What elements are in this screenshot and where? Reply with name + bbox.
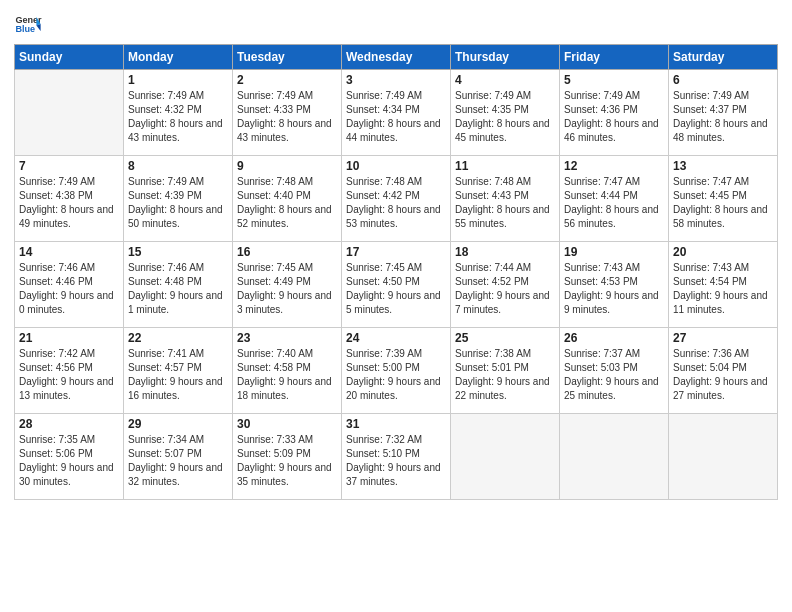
day-cell: 18Sunrise: 7:44 AMSunset: 4:52 PMDayligh… [451,242,560,328]
day-info: Sunrise: 7:49 AMSunset: 4:35 PMDaylight:… [455,89,555,145]
day-info: Sunrise: 7:43 AMSunset: 4:53 PMDaylight:… [564,261,664,317]
day-info: Sunrise: 7:43 AMSunset: 4:54 PMDaylight:… [673,261,773,317]
day-cell: 2Sunrise: 7:49 AMSunset: 4:33 PMDaylight… [233,70,342,156]
day-info: Sunrise: 7:45 AMSunset: 4:50 PMDaylight:… [346,261,446,317]
day-cell: 1Sunrise: 7:49 AMSunset: 4:32 PMDaylight… [124,70,233,156]
day-info: Sunrise: 7:32 AMSunset: 5:10 PMDaylight:… [346,433,446,489]
logo-icon: General Blue [14,10,42,38]
day-number: 20 [673,245,773,259]
day-number: 2 [237,73,337,87]
day-info: Sunrise: 7:41 AMSunset: 4:57 PMDaylight:… [128,347,228,403]
day-info: Sunrise: 7:48 AMSunset: 4:40 PMDaylight:… [237,175,337,231]
day-info: Sunrise: 7:45 AMSunset: 4:49 PMDaylight:… [237,261,337,317]
day-number: 6 [673,73,773,87]
day-cell: 17Sunrise: 7:45 AMSunset: 4:50 PMDayligh… [342,242,451,328]
day-number: 18 [455,245,555,259]
weekday-header-wednesday: Wednesday [342,45,451,70]
day-cell: 6Sunrise: 7:49 AMSunset: 4:37 PMDaylight… [669,70,778,156]
day-cell [560,414,669,500]
day-cell: 3Sunrise: 7:49 AMSunset: 4:34 PMDaylight… [342,70,451,156]
day-number: 5 [564,73,664,87]
day-info: Sunrise: 7:47 AMSunset: 4:44 PMDaylight:… [564,175,664,231]
day-number: 3 [346,73,446,87]
day-info: Sunrise: 7:49 AMSunset: 4:33 PMDaylight:… [237,89,337,145]
day-cell: 19Sunrise: 7:43 AMSunset: 4:53 PMDayligh… [560,242,669,328]
day-cell: 25Sunrise: 7:38 AMSunset: 5:01 PMDayligh… [451,328,560,414]
day-number: 31 [346,417,446,431]
day-info: Sunrise: 7:49 AMSunset: 4:32 PMDaylight:… [128,89,228,145]
day-info: Sunrise: 7:39 AMSunset: 5:00 PMDaylight:… [346,347,446,403]
day-number: 25 [455,331,555,345]
day-info: Sunrise: 7:36 AMSunset: 5:04 PMDaylight:… [673,347,773,403]
day-number: 1 [128,73,228,87]
day-number: 30 [237,417,337,431]
day-cell: 26Sunrise: 7:37 AMSunset: 5:03 PMDayligh… [560,328,669,414]
day-cell: 28Sunrise: 7:35 AMSunset: 5:06 PMDayligh… [15,414,124,500]
day-cell: 14Sunrise: 7:46 AMSunset: 4:46 PMDayligh… [15,242,124,328]
day-number: 13 [673,159,773,173]
header: General Blue [14,10,778,38]
day-info: Sunrise: 7:49 AMSunset: 4:36 PMDaylight:… [564,89,664,145]
day-number: 4 [455,73,555,87]
day-number: 15 [128,245,228,259]
day-cell: 30Sunrise: 7:33 AMSunset: 5:09 PMDayligh… [233,414,342,500]
weekday-header-row: SundayMondayTuesdayWednesdayThursdayFrid… [15,45,778,70]
week-row-2: 7Sunrise: 7:49 AMSunset: 4:38 PMDaylight… [15,156,778,242]
day-info: Sunrise: 7:44 AMSunset: 4:52 PMDaylight:… [455,261,555,317]
day-cell: 29Sunrise: 7:34 AMSunset: 5:07 PMDayligh… [124,414,233,500]
day-cell: 10Sunrise: 7:48 AMSunset: 4:42 PMDayligh… [342,156,451,242]
day-number: 17 [346,245,446,259]
day-number: 7 [19,159,119,173]
day-number: 22 [128,331,228,345]
day-number: 16 [237,245,337,259]
week-row-3: 14Sunrise: 7:46 AMSunset: 4:46 PMDayligh… [15,242,778,328]
day-info: Sunrise: 7:33 AMSunset: 5:09 PMDaylight:… [237,433,337,489]
day-cell: 24Sunrise: 7:39 AMSunset: 5:00 PMDayligh… [342,328,451,414]
day-info: Sunrise: 7:48 AMSunset: 4:43 PMDaylight:… [455,175,555,231]
day-number: 14 [19,245,119,259]
day-number: 24 [346,331,446,345]
day-info: Sunrise: 7:35 AMSunset: 5:06 PMDaylight:… [19,433,119,489]
day-cell [15,70,124,156]
day-cell: 27Sunrise: 7:36 AMSunset: 5:04 PMDayligh… [669,328,778,414]
day-cell: 20Sunrise: 7:43 AMSunset: 4:54 PMDayligh… [669,242,778,328]
day-cell: 23Sunrise: 7:40 AMSunset: 4:58 PMDayligh… [233,328,342,414]
day-cell: 9Sunrise: 7:48 AMSunset: 4:40 PMDaylight… [233,156,342,242]
day-info: Sunrise: 7:42 AMSunset: 4:56 PMDaylight:… [19,347,119,403]
day-info: Sunrise: 7:38 AMSunset: 5:01 PMDaylight:… [455,347,555,403]
day-number: 10 [346,159,446,173]
logo: General Blue [14,10,42,38]
day-cell: 11Sunrise: 7:48 AMSunset: 4:43 PMDayligh… [451,156,560,242]
day-number: 29 [128,417,228,431]
weekday-header-monday: Monday [124,45,233,70]
weekday-header-saturday: Saturday [669,45,778,70]
calendar-table: SundayMondayTuesdayWednesdayThursdayFrid… [14,44,778,500]
day-number: 9 [237,159,337,173]
day-info: Sunrise: 7:37 AMSunset: 5:03 PMDaylight:… [564,347,664,403]
day-number: 28 [19,417,119,431]
day-cell: 13Sunrise: 7:47 AMSunset: 4:45 PMDayligh… [669,156,778,242]
day-number: 26 [564,331,664,345]
weekday-header-thursday: Thursday [451,45,560,70]
day-info: Sunrise: 7:48 AMSunset: 4:42 PMDaylight:… [346,175,446,231]
day-number: 23 [237,331,337,345]
weekday-header-tuesday: Tuesday [233,45,342,70]
day-info: Sunrise: 7:46 AMSunset: 4:48 PMDaylight:… [128,261,228,317]
svg-text:Blue: Blue [15,24,35,34]
day-cell: 12Sunrise: 7:47 AMSunset: 4:44 PMDayligh… [560,156,669,242]
day-cell: 5Sunrise: 7:49 AMSunset: 4:36 PMDaylight… [560,70,669,156]
day-number: 11 [455,159,555,173]
day-number: 8 [128,159,228,173]
day-info: Sunrise: 7:49 AMSunset: 4:39 PMDaylight:… [128,175,228,231]
day-info: Sunrise: 7:47 AMSunset: 4:45 PMDaylight:… [673,175,773,231]
day-info: Sunrise: 7:49 AMSunset: 4:37 PMDaylight:… [673,89,773,145]
day-cell [451,414,560,500]
day-cell: 7Sunrise: 7:49 AMSunset: 4:38 PMDaylight… [15,156,124,242]
day-number: 19 [564,245,664,259]
day-cell: 31Sunrise: 7:32 AMSunset: 5:10 PMDayligh… [342,414,451,500]
weekday-header-friday: Friday [560,45,669,70]
day-info: Sunrise: 7:40 AMSunset: 4:58 PMDaylight:… [237,347,337,403]
day-info: Sunrise: 7:34 AMSunset: 5:07 PMDaylight:… [128,433,228,489]
day-info: Sunrise: 7:49 AMSunset: 4:34 PMDaylight:… [346,89,446,145]
day-number: 21 [19,331,119,345]
